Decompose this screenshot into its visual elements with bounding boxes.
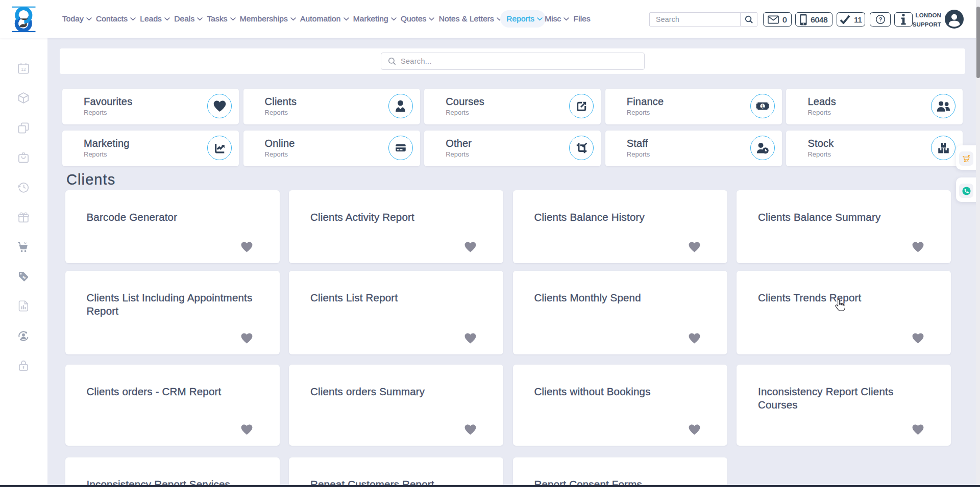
svg-text:1: 1 xyxy=(761,104,764,109)
svg-text:?: ? xyxy=(878,16,882,22)
svg-text:12: 12 xyxy=(21,67,26,72)
